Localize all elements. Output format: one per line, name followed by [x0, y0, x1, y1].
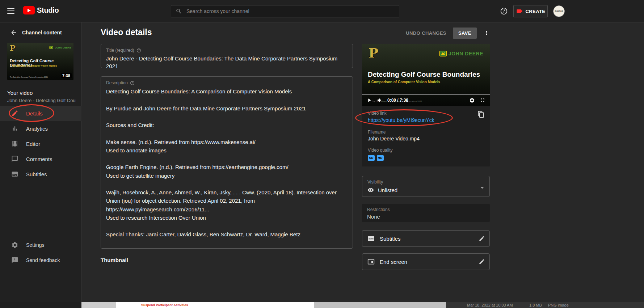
video-player-preview[interactable]: P JOHN DEERE Detecting Golf Course Bound… [362, 44, 490, 106]
player-time: 0:00 / 7:38 [387, 98, 408, 103]
visibility-label: Visibility [367, 180, 484, 185]
topbar: Studio CREATE PURDUE [0, 0, 644, 22]
gear-icon [11, 241, 18, 249]
file-date-text: Mar 18, 2022 at 10:03 AM [467, 303, 513, 307]
restrictions-label: Restrictions [367, 207, 485, 212]
description-field[interactable]: Description Detecting Golf Course Bounda… [101, 76, 353, 249]
purdue-logo-icon: P [369, 45, 378, 60]
sidebar-item-subtitles[interactable]: Subtitles [0, 166, 81, 182]
restrictions-value: None [367, 214, 485, 220]
duration-badge: 7:38 [61, 73, 72, 78]
strip-dark-segment [0, 302, 81, 308]
create-label: CREATE [526, 9, 546, 14]
player-controls: 0:00 / 7:38 [362, 95, 490, 106]
strip-white-segment: Suspend Participant Activities [116, 302, 314, 308]
filename-value: John Deere Video.mp4 [368, 136, 484, 142]
video-link-url[interactable]: https://youtu.be/yMI9ecunYck [368, 117, 434, 123]
comments-icon [11, 155, 18, 163]
sidebar-item-label: Analytics [26, 126, 48, 132]
player-settings-icon[interactable] [469, 97, 475, 103]
help-icon[interactable] [500, 7, 509, 16]
file-size-text: 1.8 MB [529, 303, 542, 307]
sidebar-item-label: Send feedback [26, 257, 60, 263]
camcorder-icon [516, 8, 523, 15]
sidebar-nav: Details Analytics Editor Comments Subtit… [0, 106, 81, 182]
john-deere-logo: JOHN DEERE [49, 46, 71, 50]
video-link-label: Video link [368, 111, 484, 116]
thumbnail-subtitle: A Comparison of Computer Vision Models [10, 64, 57, 67]
sidebar-item-send-feedback[interactable]: Send feedback [0, 253, 81, 268]
restrictions-field[interactable]: Restrictions None [362, 204, 490, 222]
volume-icon[interactable] [377, 97, 383, 103]
strip-light-segment [81, 302, 116, 308]
save-button[interactable]: SAVE [453, 28, 477, 39]
sidebar: Channel content P JOHN DEERE Detecting G… [0, 22, 81, 302]
search-icon [176, 8, 182, 14]
page-title: Video details [101, 28, 152, 37]
visibility-selector[interactable]: Visibility Unlisted [362, 176, 490, 197]
player-video-title: Detecting Golf Course Boundaries [368, 71, 480, 79]
visibility-value-row: Unlisted [367, 187, 484, 193]
search-input[interactable] [182, 8, 399, 14]
strip-red-text: Suspend Participant Activities [141, 303, 188, 307]
edit-end-screen-icon[interactable] [479, 258, 485, 265]
help-circle-icon[interactable] [136, 48, 141, 53]
menu-icon[interactable] [7, 8, 14, 14]
sidebar-item-editor[interactable]: Editor [0, 136, 81, 151]
channel-search [171, 5, 399, 17]
header-actions: UNDO CHANGES SAVE [362, 27, 490, 39]
john-deere-text: JOHN DEERE [449, 51, 483, 56]
your-video-label: Your video [7, 90, 33, 96]
bar-chart-icon [11, 125, 18, 132]
player-video-subtitle: A Comparison of Computer Vision Models [368, 80, 440, 84]
title-field-label: Title (required) [106, 48, 134, 53]
purdue-logo-icon: P [10, 43, 16, 52]
more-options-icon[interactable] [483, 30, 490, 36]
title-field-label-row: Title (required) [106, 48, 348, 53]
subtitles-card[interactable]: Subtitles [362, 230, 490, 247]
editor-icon [11, 140, 18, 147]
sidebar-item-settings[interactable]: Settings [0, 237, 81, 253]
thumbnail-footer: The Data Mine Corporate Partners Symposi… [10, 76, 48, 78]
end-screen-card[interactable]: End screen [362, 253, 490, 270]
video-thumbnail-small[interactable]: P JOHN DEERE Detecting Golf Course Bound… [7, 43, 73, 80]
sidebar-item-details[interactable]: Details [0, 106, 81, 121]
subtitles-icon [367, 235, 375, 242]
quality-badge-hd: HD [377, 155, 384, 161]
main-content: Video details UNDO CHANGES SAVE Title (r… [81, 22, 644, 302]
feedback-icon [11, 257, 18, 264]
thumbnail-section-label: Thumbnail [101, 257, 128, 263]
title-field[interactable]: Title (required) John Deere - Detecting … [101, 44, 353, 68]
play-icon[interactable] [366, 97, 372, 103]
create-button[interactable]: CREATE [513, 5, 548, 17]
sidebar-item-label: Comments [26, 156, 52, 162]
youtube-logo-icon [23, 6, 35, 14]
john-deere-logo: JOHN DEERE [439, 50, 483, 58]
subtitles-icon [11, 170, 18, 178]
form-column: Title (required) John Deere - Detecting … [101, 44, 353, 249]
back-to-channel-content[interactable]: Channel content [0, 28, 81, 38]
strip-scrollbar-segment[interactable] [314, 302, 446, 308]
sidebar-item-analytics[interactable]: Analytics [0, 121, 81, 136]
description-field-value[interactable]: Detecting Golf Course Boundaries: A Comp… [106, 87, 348, 249]
john-deere-text: JOHN DEERE [55, 46, 71, 49]
undo-changes-button[interactable]: UNDO CHANGES [406, 30, 446, 36]
sidebar-item-label: Subtitles [26, 171, 47, 177]
fullscreen-icon[interactable] [480, 97, 485, 103]
quality-badge-sd: SD [368, 155, 375, 161]
youtube-studio-logo[interactable]: Studio [23, 6, 59, 14]
eye-icon [367, 187, 374, 193]
video-quality-badges: SD HD [368, 155, 484, 161]
title-field-value[interactable]: John Deere - Detecting Golf Course Bound… [106, 55, 348, 70]
edit-subtitles-icon[interactable] [479, 235, 485, 242]
sidebar-item-comments[interactable]: Comments [0, 151, 81, 166]
john-deere-deer-icon [49, 46, 53, 50]
description-field-label: Description [106, 80, 128, 85]
sidebar-footer: Settings Send feedback [0, 237, 81, 268]
brand-text: Studio [37, 6, 59, 14]
avatar[interactable]: PURDUE [553, 5, 565, 17]
filename-label: Filename [368, 130, 484, 135]
copy-link-icon[interactable] [477, 111, 485, 118]
help-circle-icon[interactable] [130, 81, 135, 85]
chevron-down-icon[interactable] [479, 184, 486, 191]
